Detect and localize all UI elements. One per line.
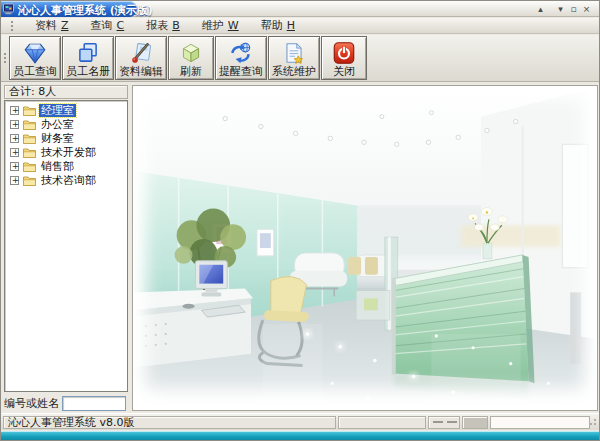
employee-query-icon bbox=[22, 40, 48, 66]
refresh-button[interactable]: 刷新 bbox=[168, 36, 214, 80]
tree-item-jinglishi[interactable]: 经理室 bbox=[5, 103, 127, 117]
employee-search-row: 编号或姓名 bbox=[4, 395, 128, 411]
toolbar-button-label: 关闭 bbox=[333, 66, 355, 78]
folder-icon bbox=[23, 161, 36, 172]
tree-item-label: 技术开发部 bbox=[39, 146, 98, 159]
expand-plus-icon[interactable] bbox=[10, 162, 19, 171]
taskbar-strip bbox=[1, 431, 599, 441]
tree-item-label: 销售部 bbox=[39, 160, 76, 173]
app-icon bbox=[3, 3, 15, 15]
tree-item-label: 技术咨询部 bbox=[39, 174, 98, 187]
menu-baobiao[interactable]: 报表B bbox=[135, 19, 191, 33]
menu-accel: H bbox=[287, 19, 295, 32]
refresh-icon bbox=[178, 40, 204, 66]
folder-icon bbox=[23, 119, 36, 130]
menu-weihu[interactable]: 维护W bbox=[191, 19, 250, 33]
data-edit-button[interactable]: 资料编辑 bbox=[115, 36, 167, 80]
folder-icon bbox=[23, 175, 36, 186]
employee-roster-button[interactable]: 员工名册 bbox=[62, 36, 114, 80]
folder-icon bbox=[23, 133, 36, 144]
employee-total-bar: 合计: 8人 bbox=[4, 85, 128, 99]
statusbar-panel bbox=[428, 416, 460, 429]
status-bar: 沁心人事管理系统 v8.0版 bbox=[1, 413, 599, 430]
statusbar-panel bbox=[490, 416, 590, 429]
department-tree: 经理室 办公室 财务室 技术开发部 bbox=[4, 100, 128, 392]
statusbar-panel bbox=[462, 416, 488, 429]
search-input[interactable] bbox=[62, 396, 126, 411]
system-maintenance-button[interactable]: 系统维护 bbox=[268, 36, 320, 80]
folder-icon bbox=[23, 105, 36, 116]
minimize-button[interactable]: ▾ bbox=[554, 3, 567, 16]
toolbar-grip bbox=[4, 53, 7, 63]
tree-item-label: 办公室 bbox=[39, 118, 76, 131]
menu-chaxun[interactable]: 查询C bbox=[80, 19, 136, 33]
menu-accel: Z bbox=[61, 19, 69, 32]
title-bar: 沁心人事管理系统 (演示版) ▴ ▾ ▫ × bbox=[1, 1, 599, 17]
toolbar-button-label: 员工名册 bbox=[66, 66, 110, 78]
reminder-query-button[interactable]: 提醒查询 bbox=[215, 36, 267, 80]
employee-roster-icon bbox=[75, 40, 101, 66]
menu-label: 报表 bbox=[146, 19, 168, 32]
close-app-button[interactable]: 关闭 bbox=[321, 36, 367, 80]
maximize-button[interactable]: ▫ bbox=[567, 3, 580, 16]
menu-accel: C bbox=[117, 19, 125, 32]
window-title: 沁心人事管理系统 (演示版) bbox=[18, 3, 153, 18]
office-reception-photo bbox=[134, 87, 596, 409]
toolbar-button-label: 员工查询 bbox=[13, 66, 57, 78]
toolbar-button-label: 刷新 bbox=[180, 66, 202, 78]
employee-query-button[interactable]: 员工查询 bbox=[9, 36, 61, 80]
tree-item-xiaoshoubu[interactable]: 销售部 bbox=[5, 159, 127, 173]
expand-plus-icon[interactable] bbox=[10, 148, 19, 157]
close-button[interactable]: × bbox=[580, 3, 593, 16]
expand-plus-icon[interactable] bbox=[10, 120, 19, 129]
system-maintenance-icon bbox=[281, 40, 307, 66]
expand-plus-icon[interactable] bbox=[10, 176, 19, 185]
tree-item-jishukaifabu[interactable]: 技术开发部 bbox=[5, 145, 127, 159]
data-edit-icon bbox=[128, 40, 154, 66]
folder-icon bbox=[23, 147, 36, 158]
tree-item-jishuzixunbu[interactable]: 技术咨询部 bbox=[5, 173, 127, 187]
menu-accel: B bbox=[172, 19, 180, 32]
reminder-query-icon bbox=[228, 40, 254, 66]
window-controls: ▴ ▾ ▫ × bbox=[534, 2, 593, 16]
tree-item-bangongshi[interactable]: 办公室 bbox=[5, 117, 127, 131]
menu-bar: 资料Z 查询C 报表B 维护W 帮助H bbox=[1, 18, 599, 34]
tool-bar: 员工查询 员工名册 资料编辑 bbox=[1, 35, 599, 82]
expand-plus-icon[interactable] bbox=[10, 106, 19, 115]
menu-label: 查询 bbox=[91, 19, 113, 32]
main-content-panel bbox=[132, 85, 598, 411]
power-close-icon bbox=[331, 40, 357, 66]
menu-grip bbox=[11, 21, 14, 31]
tree-item-caiwushi[interactable]: 财务室 bbox=[5, 131, 127, 145]
rollup-button[interactable]: ▴ bbox=[534, 3, 547, 16]
menu-accel: W bbox=[228, 19, 239, 32]
tree-item-label: 经理室 bbox=[39, 104, 76, 117]
app-window: 沁心人事管理系统 (演示版) ▴ ▾ ▫ × 资料Z 查询C 报表B 维护W 帮… bbox=[0, 0, 600, 441]
menu-label: 帮助 bbox=[261, 19, 283, 32]
menu-label: 资料 bbox=[35, 19, 57, 32]
menu-label: 维护 bbox=[202, 19, 224, 32]
toolbar-button-label: 系统维护 bbox=[272, 66, 316, 78]
toolbar-button-label: 提醒查询 bbox=[219, 66, 263, 78]
toolbar-button-label: 资料编辑 bbox=[119, 66, 163, 78]
menu-ziliao[interactable]: 资料Z bbox=[24, 19, 80, 33]
menu-bangzhu[interactable]: 帮助H bbox=[250, 19, 306, 33]
resize-grip[interactable] bbox=[587, 418, 597, 428]
search-label: 编号或姓名 bbox=[4, 396, 59, 411]
tree-item-label: 财务室 bbox=[39, 132, 76, 145]
statusbar-panel bbox=[338, 416, 426, 429]
status-version: 沁心人事管理系统 v8.0版 bbox=[3, 416, 336, 429]
expand-plus-icon[interactable] bbox=[10, 134, 19, 143]
